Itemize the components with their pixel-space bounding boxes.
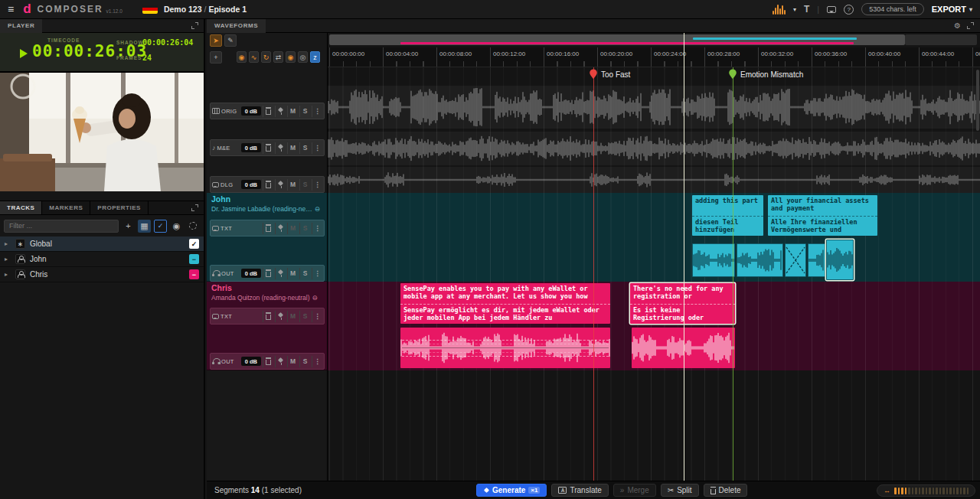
- text-segment[interactable]: adding this part diesen Teil hinzufügen: [692, 195, 763, 236]
- pin-button[interactable]: [275, 356, 286, 367]
- solo-button[interactable]: S: [299, 268, 310, 279]
- text-segment-selected[interactable]: There's no need for any registration or …: [630, 283, 735, 324]
- solo-button[interactable]: S: [299, 223, 310, 234]
- expand-icon[interactable]: [967, 22, 974, 29]
- kebab-menu-button[interactable]: ⋮: [312, 142, 322, 154]
- german-flag-icon[interactable]: [142, 5, 158, 14]
- timeline-overview-scrollbar[interactable]: [329, 34, 905, 45]
- gain-control[interactable]: 0 dB: [241, 357, 261, 366]
- audio-segment[interactable]: [808, 243, 825, 277]
- add-button[interactable]: +: [210, 51, 222, 64]
- john-checkbox[interactable]: −: [189, 254, 199, 264]
- filter-input[interactable]: [4, 220, 119, 233]
- export-button[interactable]: EXPORT▾: [932, 5, 972, 14]
- marker-pin-button[interactable]: ◉: [237, 51, 247, 63]
- mute-button[interactable]: M: [287, 223, 298, 234]
- mute-button[interactable]: M: [287, 179, 298, 191]
- speaker-voice[interactable]: Amanda Quitzon (reading-neutral)⊖: [211, 294, 324, 302]
- delete-track-button[interactable]: [263, 142, 273, 154]
- waveform-view-button[interactable]: ▦: [138, 220, 151, 233]
- breadcrumb[interactable]: Demo 123/Episode 1: [164, 5, 247, 14]
- globe-button[interactable]: ◎: [298, 51, 308, 63]
- dlg-waveform-row[interactable]: [328, 167, 980, 193]
- marker-too-fast[interactable]: Too Fast: [589, 69, 630, 80]
- john-track-block[interactable]: [328, 193, 980, 282]
- waveforms-tab[interactable]: WAVEFORMS: [207, 19, 266, 33]
- gain-control[interactable]: 0 dB: [241, 180, 261, 189]
- expand-icon[interactable]: [191, 204, 198, 211]
- mute-button[interactable]: M: [287, 106, 298, 117]
- kebab-menu-button[interactable]: ⋮: [312, 179, 322, 191]
- delete-button[interactable]: Delete: [704, 484, 748, 497]
- global-checkbox[interactable]: ✓: [189, 239, 199, 249]
- player-tab[interactable]: PLAYER: [0, 19, 42, 33]
- delete-button[interactable]: [263, 356, 273, 367]
- solo-button[interactable]: S: [299, 311, 310, 322]
- generate-button[interactable]: Generate×1: [476, 484, 547, 497]
- speaker-voice[interactable]: Dr. Jasmine Labadie (reading-ne…⊖: [211, 205, 324, 213]
- chevron-right-icon[interactable]: ▸: [5, 240, 11, 247]
- gain-control[interactable]: 0 dB: [241, 269, 261, 278]
- solo-radio-button[interactable]: ◉: [170, 220, 183, 233]
- chris-checkbox[interactable]: −: [189, 269, 199, 279]
- mute-button[interactable]: M: [287, 142, 298, 154]
- audio-segment-selected[interactable]: [826, 240, 854, 280]
- play-icon[interactable]: [20, 49, 28, 58]
- align-button[interactable]: ⇄: [273, 51, 283, 63]
- zoom-control[interactable]: ↔: [877, 484, 975, 497]
- audio-segment[interactable]: [692, 243, 735, 277]
- text-segment[interactable]: SensePay enables you to pay with any eWa…: [400, 283, 610, 324]
- delete-track-button[interactable]: [263, 106, 273, 117]
- crossfade-segment[interactable]: [785, 243, 806, 277]
- audio-segment[interactable]: [632, 328, 735, 368]
- expand-icon[interactable]: [191, 22, 198, 29]
- pin-button[interactable]: [275, 268, 286, 279]
- hamburger-menu-icon[interactable]: ≡: [8, 3, 14, 15]
- delete-track-button[interactable]: [263, 179, 273, 191]
- anchor-button[interactable]: ◉: [286, 51, 296, 63]
- kebab-menu-button[interactable]: ⋮: [312, 356, 322, 367]
- sync-button[interactable]: ↻: [261, 51, 271, 63]
- translate-button[interactable]: ATranslate: [551, 484, 608, 497]
- kebab-menu-button[interactable]: ⋮: [312, 311, 322, 322]
- overview-track-rest[interactable]: [905, 34, 977, 45]
- deselect-button[interactable]: [186, 220, 199, 233]
- kebab-menu-button[interactable]: ⋮: [312, 268, 322, 279]
- delete-button[interactable]: [263, 268, 273, 279]
- split-button[interactable]: ✂Split: [661, 484, 699, 497]
- mute-button[interactable]: M: [287, 356, 298, 367]
- select-all-checkbox[interactable]: ✓: [154, 220, 167, 233]
- delete-button[interactable]: [263, 311, 273, 322]
- tab-tracks[interactable]: TRACKS: [0, 201, 42, 214]
- pin-track-button[interactable]: [275, 179, 286, 191]
- gear-icon[interactable]: ⚙: [954, 21, 961, 30]
- pin-track-button[interactable]: [275, 106, 286, 117]
- comment-icon[interactable]: [827, 6, 836, 13]
- gain-control[interactable]: 0 dB: [241, 106, 261, 116]
- track-row-john[interactable]: ▸ John −: [0, 252, 204, 267]
- voice-waveform-icon[interactable]: [773, 4, 786, 15]
- solo-button[interactable]: S: [299, 356, 310, 367]
- chevron-right-icon[interactable]: ▸: [5, 271, 11, 278]
- chevron-right-icon[interactable]: ▸: [5, 256, 11, 263]
- track-row-global[interactable]: ▸ ∗ Global ✓: [0, 236, 204, 252]
- voice-caret-icon[interactable]: ▾: [793, 6, 796, 13]
- waveform-button[interactable]: ∿: [249, 51, 259, 63]
- pin-track-button[interactable]: [275, 142, 286, 154]
- me-waveform-row[interactable]: [328, 132, 980, 165]
- audio-segment[interactable]: [400, 328, 610, 368]
- circle-minus-icon[interactable]: ⊖: [315, 205, 320, 213]
- tab-markers[interactable]: MARKERS: [42, 201, 90, 214]
- add-track-button[interactable]: +: [122, 220, 135, 233]
- mute-button[interactable]: M: [287, 311, 298, 322]
- circle-minus-icon[interactable]: ⊖: [312, 294, 318, 302]
- audio-segment[interactable]: [737, 243, 783, 277]
- ruler[interactable]: 00:00:00:0000:00:04:0000:00:08:0000:00:1…: [328, 47, 980, 67]
- text-tool-icon[interactable]: T: [804, 4, 809, 15]
- video-preview[interactable]: [0, 73, 204, 191]
- gain-control[interactable]: 0 dB: [241, 143, 261, 152]
- z-check-button[interactable]: z: [310, 51, 320, 63]
- track-row-chris[interactable]: ▸ Chris −: [0, 267, 204, 282]
- kebab-menu-button[interactable]: ⋮: [312, 223, 322, 234]
- kebab-menu-button[interactable]: ⋮: [312, 106, 322, 117]
